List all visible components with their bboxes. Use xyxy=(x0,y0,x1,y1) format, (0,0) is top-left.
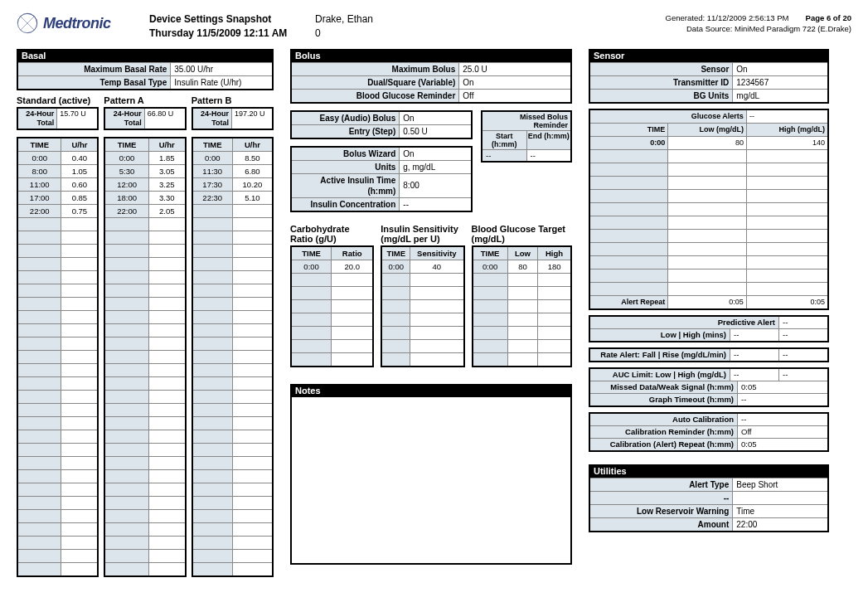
predictive-alert: Predictive Alert-- Low | High (mins)---- xyxy=(589,315,829,342)
pattern-total: 24-Hour Total197.20 U xyxy=(192,107,274,130)
basal-settings: Maximum Basal Rate35.00 U/hr Temp Basal … xyxy=(17,62,274,90)
utilities-header: Utilities xyxy=(589,464,829,478)
bg-target-table: TIMELowHigh0:0080180 xyxy=(472,245,573,367)
medtronic-logo-icon xyxy=(17,12,38,34)
bolus-settings: Maximum Bolus25.0 U Dual/Square (Variabl… xyxy=(290,62,572,104)
sens-title: Insulin Sensitivity (mg/dL per U) xyxy=(381,224,464,244)
basal-header: Basal xyxy=(17,49,274,62)
auc-limit: AUC Limit: Low | High (mg/dL)---- Missed… xyxy=(589,367,829,407)
bolus-wizard: Bolus WizardOn Unitsg, mg/dL Active Insu… xyxy=(290,146,473,212)
carb-ratio-table: TIMERatio0:0020.0 xyxy=(290,245,374,367)
patient-sub: 0 xyxy=(315,27,522,41)
data-source: Data Source: MiniMed Paradigm 722 (E.Dra… xyxy=(522,23,851,34)
pattern-schedule: TIMEU/hr0:008.5011:306.8017:3010.2022:30… xyxy=(192,137,274,577)
pattern-name: Standard (active) xyxy=(17,95,99,105)
easy-bolus: Easy (Audio) BolusOn Entry (Step)0.50 U xyxy=(290,110,473,139)
pattern-name: Pattern B xyxy=(192,95,274,105)
pattern-total: 24-Hour Total15.70 U xyxy=(17,107,99,130)
notes-header: Notes xyxy=(290,384,572,397)
rate-alert: Rate Alert: Fall | Rise (mg/dL/min)---- xyxy=(589,347,829,362)
utilities-table: Alert TypeBeep Short -- Low Reservoir Wa… xyxy=(589,478,829,532)
missed-bolus-reminder: Missed Bolus Reminder Start (h:mm)End (h… xyxy=(481,110,572,163)
logo: Medtronic xyxy=(17,12,149,34)
report-title: Device Settings Snapshot xyxy=(149,12,315,27)
glucose-alerts-table: Glucose Alerts--TIMELow (mg/dL)High (mg/… xyxy=(589,109,829,310)
notes-box xyxy=(290,397,572,565)
generated-ts: Generated: 11/12/2009 2:56:13 PM xyxy=(666,13,789,22)
pattern-total: 24-Hour Total66.80 U xyxy=(104,107,186,130)
bgt-title: Blood Glucose Target (mg/dL) xyxy=(472,224,573,244)
patient-block: Drake, Ethan 0 xyxy=(315,12,522,41)
page-number: Page 6 of 20 xyxy=(806,12,851,23)
sensor-settings: SensorOn Transmitter ID1234567 BG Unitsm… xyxy=(589,62,829,104)
carb-title: Carbohydrate Ratio (g/U) xyxy=(290,224,374,244)
bolus-header: Bolus xyxy=(290,49,572,62)
pattern-name: Pattern A xyxy=(104,95,186,105)
report-timestamp: Thursday 11/5/2009 12:11 AM xyxy=(149,27,315,41)
sensor-header: Sensor xyxy=(589,49,829,62)
meta-block: Generated: 11/12/2009 2:56:13 PMPage 6 o… xyxy=(522,12,851,35)
patient-name: Drake, Ethan xyxy=(315,12,522,27)
report-header: Medtronic Device Settings Snapshot Thurs… xyxy=(17,12,851,41)
title-block: Device Settings Snapshot Thursday 11/5/2… xyxy=(149,12,315,41)
pattern-schedule: TIMEU/hr0:000.408:001.0511:000.6017:000.… xyxy=(17,137,99,577)
pattern-schedule: TIMEU/hr0:001.855:303.0512:003.2518:003.… xyxy=(104,137,186,577)
brand-name: Medtronic xyxy=(43,15,111,32)
insulin-sensitivity-table: TIMESensitivity0:0040 xyxy=(381,245,464,367)
calibration: Auto Calibration-- Calibration Reminder … xyxy=(589,412,829,452)
